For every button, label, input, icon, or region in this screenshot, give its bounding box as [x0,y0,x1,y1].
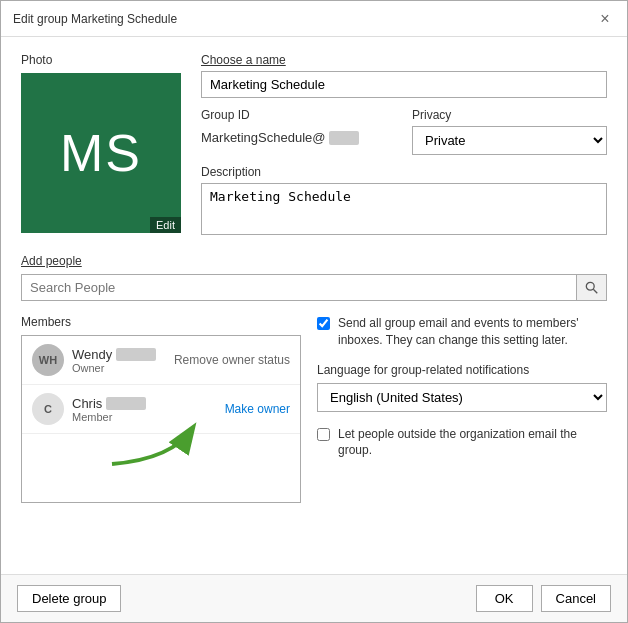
description-label: Description [201,165,607,179]
avatar: WH [32,344,64,376]
name-input[interactable] [201,71,607,98]
cancel-button[interactable]: Cancel [541,585,611,612]
group-id-section: Group ID MarketingSchedule@ [201,108,396,155]
title-bar: Edit group Marketing Schedule × [1,1,627,37]
name-blur [106,397,146,410]
privacy-label: Privacy [412,108,607,122]
make-owner-link[interactable]: Make owner [225,402,290,416]
form-section: Choose a name Group ID MarketingSchedule… [201,53,607,238]
dialog-content: Photo MS Edit Choose a name Group ID Mar… [1,37,627,574]
name-label: Choose a name [201,53,607,67]
name-blur [116,348,156,361]
outside-text: Let people outside the organization emai… [338,426,607,460]
send-all-row: Send all group email and events to membe… [317,315,607,349]
outside-row: Let people outside the organization emai… [317,426,607,460]
remove-owner-action[interactable]: Remove owner status [174,353,290,367]
footer-right: OK Cancel [476,585,611,612]
outside-checkbox[interactable] [317,428,330,441]
avatar: C [32,393,64,425]
group-id-blur [329,131,359,145]
footer: Delete group OK Cancel [1,574,627,622]
member-role: Member [72,411,225,423]
language-select[interactable]: English (United States) Spanish French [317,383,607,412]
svg-line-1 [593,289,597,293]
send-all-checkbox[interactable] [317,317,330,330]
photo-edit-button[interactable]: Edit [150,217,181,233]
dialog-title: Edit group Marketing Schedule [13,12,177,26]
search-input[interactable] [22,275,576,300]
privacy-section: Privacy Private Public [412,108,607,155]
id-privacy-row: Group ID MarketingSchedule@ Privacy Priv… [201,108,607,155]
search-icon [585,281,599,295]
members-section: Members WH Wendy Owner Remove owner stat… [21,315,301,503]
search-row [21,274,607,301]
members-box: WH Wendy Owner Remove owner status C [21,335,301,503]
edit-group-dialog: Edit group Marketing Schedule × Photo MS… [0,0,628,623]
member-role: Owner [72,362,174,374]
member-name: Wendy [72,347,174,362]
photo-initials: MS [60,123,142,183]
add-people-section: Add people [21,254,607,301]
member-info: Wendy Owner [72,347,174,374]
table-row: WH Wendy Owner Remove owner status [22,336,300,385]
top-section: Photo MS Edit Choose a name Group ID Mar… [21,53,607,238]
delete-group-button[interactable]: Delete group [17,585,121,612]
photo-section: Photo MS Edit [21,53,181,238]
language-label: Language for group-related notifications [317,363,607,377]
search-button[interactable] [576,275,606,300]
group-id-label: Group ID [201,108,396,122]
send-all-text: Send all group email and events to membe… [338,315,607,349]
member-name: Chris [72,396,225,411]
photo-box: MS Edit [21,73,181,233]
description-textarea[interactable]: Marketing Schedule [201,183,607,235]
svg-point-0 [586,282,594,290]
ok-button[interactable]: OK [476,585,533,612]
member-info: Chris Member [72,396,225,423]
photo-label: Photo [21,53,181,67]
close-button[interactable]: × [595,9,615,29]
group-id-value: MarketingSchedule@ [201,126,396,149]
table-row: C Chris Member Make owner [22,385,300,434]
settings-section: Send all group email and events to membe… [317,315,607,503]
add-people-label: Add people [21,254,607,268]
privacy-select[interactable]: Private Public [412,126,607,155]
bottom-section: Members WH Wendy Owner Remove owner stat… [21,315,607,503]
members-label: Members [21,315,301,329]
